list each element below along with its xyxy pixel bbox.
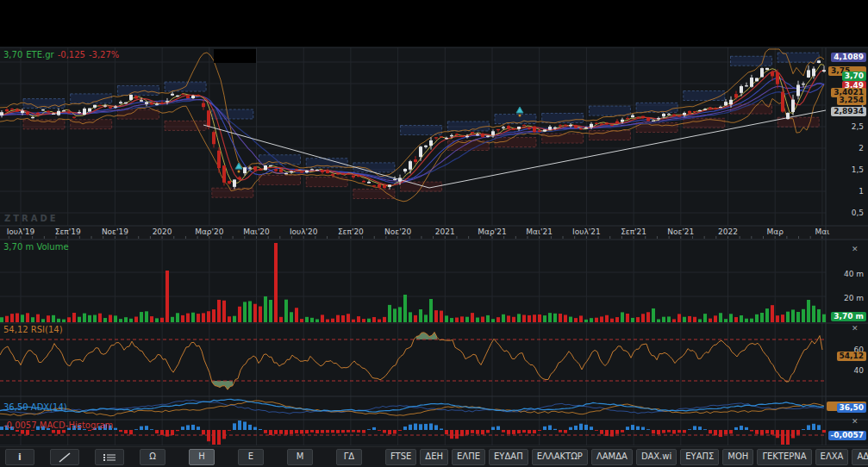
price-tick-label: 1,5 bbox=[852, 165, 864, 174]
time-axis-label: Νοε'19 bbox=[95, 227, 134, 236]
info-icon: i bbox=[18, 451, 22, 463]
price-tick-label: 2 bbox=[859, 144, 864, 153]
time-axis-label: Νοε'21 bbox=[661, 227, 701, 236]
symbol-buttons: ΩΗΕΜΓΔFTSEΔΕΗΕΛΠΕΕΥΔΑΠΕΛΛΑΚΤΩΡΛΑΜΔΑDAX.w… bbox=[140, 449, 868, 465]
volume-panel-label: 3,70 m Volume bbox=[3, 242, 69, 252]
toolbar-button-Μ[interactable]: Μ bbox=[287, 449, 313, 465]
indicators-button[interactable] bbox=[95, 449, 124, 465]
trading-app: 3,70ETE.gr-0,125-3,27% ZTRADE 3,70 m Vol… bbox=[0, 0, 868, 467]
toolbar-button-ΑΔΑΚ[interactable]: ΑΔΑΚ bbox=[852, 449, 868, 465]
toolbar-button-Ε[interactable]: Ε bbox=[238, 449, 264, 465]
rsi-close-button[interactable]: ✕ bbox=[852, 324, 859, 333]
price-tick-label: 1 bbox=[859, 187, 864, 196]
indicators-list-icon bbox=[103, 452, 116, 463]
time-axis-label: Σεπ'20 bbox=[331, 227, 371, 236]
volume-value-tag: 3,70 m bbox=[831, 312, 866, 321]
adx-panel-label: 36,50 ADX(14) bbox=[3, 402, 67, 412]
volume-tick-label: 40 m bbox=[844, 270, 864, 278]
last-price: 3,70 bbox=[3, 50, 22, 59]
macd-name: MACD-Histogram bbox=[40, 420, 113, 430]
time-axis-label: Σεπ'19 bbox=[48, 227, 88, 236]
toolbar-button-ΓΔ[interactable]: ΓΔ bbox=[336, 449, 362, 465]
price-tick-label: 0,5 bbox=[852, 209, 864, 217]
toolbar-button-Ω[interactable]: Ω bbox=[140, 449, 165, 465]
price-tag-orange: 3,254 bbox=[837, 96, 866, 105]
time-axis-label: Ιουλ'20 bbox=[284, 227, 323, 236]
time-axis-label: 2020 bbox=[142, 227, 182, 236]
price-tick-label: 2,5 bbox=[852, 122, 864, 131]
toolbar-button-ΜΟΗ[interactable]: ΜΟΗ bbox=[722, 449, 753, 465]
price-tag-green: 3,70 bbox=[842, 72, 866, 81]
adx-value-tag: 36,50 bbox=[837, 403, 866, 413]
draw-line-icon bbox=[59, 452, 71, 463]
symbol-header: 3,70ETE.gr-0,125-3,27% bbox=[3, 50, 122, 59]
time-axis-label: Μαρ'20 bbox=[190, 227, 229, 236]
time-axis-label: Μαι'20 bbox=[237, 227, 277, 236]
time-axis-label: Μαι bbox=[802, 227, 842, 236]
bottom-toolbar: i ΩΗΕΜΓΔFTSEΔΕΗΕΛΠΕΕΥΔΑΠΕΛΛΑΚΤΩΡΛΑΜΔΑDAX… bbox=[0, 446, 868, 467]
time-axis-label: Νοε'20 bbox=[378, 227, 418, 236]
time-axis-label: Μαρ'21 bbox=[472, 227, 512, 236]
symbol-name: ETE.gr bbox=[26, 50, 53, 59]
volume-tick-label: 20 m bbox=[844, 294, 864, 302]
toolbar-button-ΓΕΚΤΕΡΝΑ[interactable]: ΓΕΚΤΕΡΝΑ bbox=[757, 449, 811, 465]
draw-button[interactable] bbox=[50, 449, 79, 465]
volume-close-button[interactable]: ✕ bbox=[852, 245, 859, 253]
macd-panel-label: -0,0057 MACD-Histogram bbox=[3, 420, 113, 430]
adx-name: ADX(14) bbox=[31, 402, 67, 412]
macd-value: -0,0057 bbox=[3, 420, 37, 430]
toolbar-button-ΕΛΧΑ[interactable]: ΕΛΧΑ bbox=[815, 449, 849, 465]
toolbar-button-DAX.wi[interactable]: DAX.wi bbox=[636, 449, 677, 465]
toolbar-button-ΔΕΗ[interactable]: ΔΕΗ bbox=[420, 449, 448, 465]
toolbar-button-ΕΛΠΕ[interactable]: ΕΛΠΕ bbox=[452, 449, 485, 465]
volume-value: 3,70 m bbox=[3, 242, 34, 252]
macd-close-button[interactable]: ✕ bbox=[852, 417, 859, 426]
time-axis-label: 2022 bbox=[709, 227, 748, 236]
time-axis-label: Σεπ'21 bbox=[614, 227, 653, 236]
ztrade-watermark: ZTRADE bbox=[4, 214, 59, 223]
rsi-value: 54,12 bbox=[3, 325, 28, 334]
rsi-panel-label: 54,12 RSI(14) bbox=[3, 325, 63, 334]
info-button[interactable]: i bbox=[5, 449, 34, 465]
rsi-tick-label: 40 bbox=[854, 366, 864, 375]
price-change: -0,125 bbox=[58, 50, 85, 59]
adx-value: 36,50 bbox=[3, 402, 28, 412]
rsi-name: RSI(14) bbox=[31, 325, 63, 334]
price-tag-gray: 2,8934 bbox=[831, 107, 866, 116]
toolbar-button-Η[interactable]: Η bbox=[189, 449, 215, 465]
macd-value-tag: -0,0057 bbox=[828, 431, 866, 440]
toolbar-button-ΕΛΛΑΚΤΩΡ[interactable]: ΕΛΛΑΚΤΩΡ bbox=[532, 449, 588, 465]
toolbar-button-ΕΥΔΑΠ[interactable]: ΕΥΔΑΠ bbox=[489, 449, 528, 465]
time-axis-label: 2021 bbox=[425, 227, 465, 236]
rsi-value-tag: 54,12 bbox=[837, 352, 866, 361]
toolbar-button-ΕΥΑΠΣ[interactable]: ΕΥΑΠΣ bbox=[680, 449, 719, 465]
price-tag-indigo: 4,1089 bbox=[831, 53, 866, 62]
volume-name: Volume bbox=[36, 242, 68, 252]
toolbar-button-FTSE[interactable]: FTSE bbox=[385, 449, 416, 465]
time-axis-label: Ιουλ'19 bbox=[1, 227, 41, 236]
chart-canvas[interactable] bbox=[0, 0, 868, 446]
time-axis-label: Ιουλ'21 bbox=[566, 227, 606, 236]
price-change-pct: -3,27% bbox=[89, 50, 119, 59]
time-axis-label: Μαι'21 bbox=[520, 227, 559, 236]
time-axis-label: Μαρ bbox=[755, 227, 795, 236]
toolbar-button-ΛΑΜΔΑ[interactable]: ΛΑΜΔΑ bbox=[591, 449, 633, 465]
